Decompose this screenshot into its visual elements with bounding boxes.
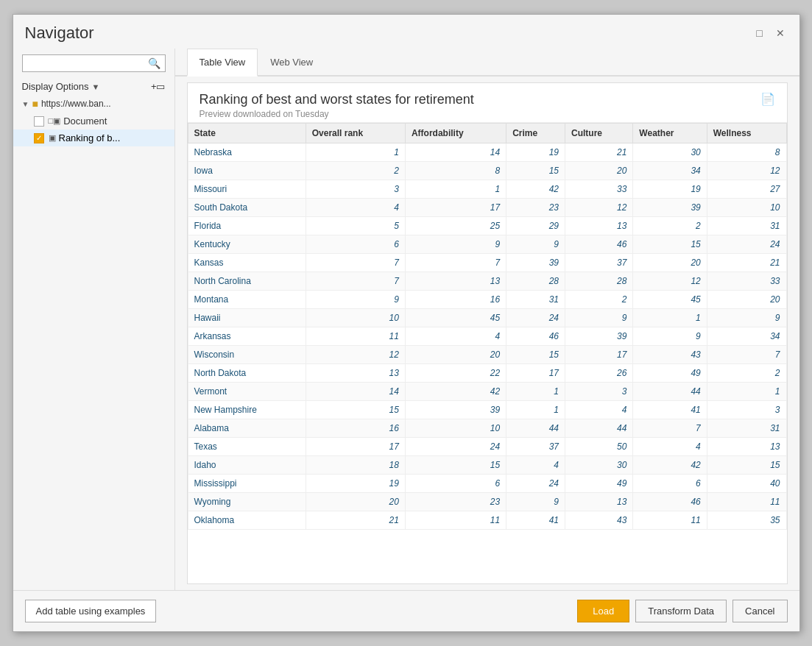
table-cell: 30 [565, 456, 633, 475]
table-cell: 41 [506, 511, 565, 530]
footer: Add table using examples Load Transform … [13, 590, 799, 631]
table-row: Montana9163124520 [188, 291, 786, 309]
table-cell: 15 [306, 401, 405, 419]
table-cell: 9 [565, 309, 633, 327]
table-container[interactable]: State Overall rank Affordability Crime C… [188, 123, 787, 583]
table-cell: 2 [306, 162, 405, 180]
table-row: Nebraska1141921308 [188, 143, 786, 162]
table-cell: 15 [506, 162, 565, 180]
preview-title: Ranking of best and worst states for ret… [200, 92, 474, 107]
table-cell: 21 [306, 511, 405, 530]
table-cell: Hawaii [188, 309, 306, 327]
add-icon: +▭ [151, 81, 166, 92]
table-header-row: State Overall rank Affordability Crime C… [188, 124, 786, 143]
table-cell: 39 [565, 327, 633, 346]
table-cell: 16 [405, 291, 506, 309]
table-cell: 7 [707, 346, 786, 364]
table-cell: 10 [405, 419, 506, 438]
cancel-button[interactable]: Cancel [732, 600, 787, 622]
table-cell: 14 [405, 143, 506, 162]
document-table-icon: □▣ [49, 116, 61, 126]
table-cell: 40 [707, 475, 786, 493]
tree-document-item[interactable]: □▣ Document [13, 113, 174, 129]
preview-export-button[interactable]: 📄 [760, 92, 775, 106]
table-cell: 1 [506, 383, 565, 401]
table-cell: 1 [707, 383, 786, 401]
table-cell: 15 [405, 456, 506, 475]
table-cell: 39 [633, 199, 707, 217]
table-cell: 37 [565, 254, 633, 272]
table-cell: Iowa [188, 162, 306, 180]
table-cell: 2 [707, 364, 786, 383]
table-cell: Alabama [188, 419, 306, 438]
tabs-bar: Table View Web View [175, 49, 799, 77]
table-cell: North Dakota [188, 364, 306, 383]
table-cell: 46 [506, 327, 565, 346]
table-cell: 4 [405, 327, 506, 346]
table-cell: 7 [405, 254, 506, 272]
table-cell: 4 [506, 456, 565, 475]
table-cell: 17 [306, 438, 405, 456]
tab-web-view[interactable]: Web View [258, 49, 325, 77]
table-label: Ranking of b... [59, 132, 121, 143]
table-cell: 24 [707, 235, 786, 254]
tab-table-view[interactable]: Table View [187, 49, 258, 77]
search-button[interactable]: 🔍 [148, 57, 160, 69]
table-cell: 15 [633, 235, 707, 254]
main-content: 🔍 Display Options ▼ +▭ ▼ ■ https://www.b… [13, 49, 799, 590]
table-row: Alabama16104444731 [188, 419, 786, 438]
search-input[interactable] [27, 58, 148, 68]
footer-right: Load Transform Data Cancel [577, 600, 787, 622]
table-cell: Kentucky [188, 235, 306, 254]
table-cell: 28 [565, 272, 633, 291]
table-cell: 9 [633, 327, 707, 346]
table-cell: 31 [506, 291, 565, 309]
table-cell: 44 [633, 383, 707, 401]
table-cell: 24 [506, 309, 565, 327]
preview-header-text: Ranking of best and worst states for ret… [200, 92, 474, 119]
table-cell: Florida [188, 217, 306, 235]
table-cell: 49 [565, 475, 633, 493]
table-cell: 19 [306, 475, 405, 493]
table-cell: 37 [506, 438, 565, 456]
table-cell: 23 [405, 493, 506, 511]
table-row: Vermont144213441 [188, 383, 786, 401]
folder-icon: ■ [32, 98, 38, 110]
table-row: Kansas7739372021 [188, 254, 786, 272]
table-cell: 6 [405, 475, 506, 493]
table-cell: North Carolina [188, 272, 306, 291]
table-row: North Carolina71328281233 [188, 272, 786, 291]
table-row: Oklahoma211141431135 [188, 511, 786, 530]
close-button[interactable]: ✕ [773, 26, 788, 40]
table-cell: 9 [306, 291, 405, 309]
table-cell: 7 [633, 419, 707, 438]
transform-button[interactable]: Transform Data [635, 600, 727, 622]
table-row: Kentucky699461524 [188, 235, 786, 254]
display-options[interactable]: Display Options ▼ +▭ [13, 78, 174, 95]
table-cell: 11 [633, 511, 707, 530]
col-header-weather: Weather [633, 124, 707, 143]
document-label: Document [63, 116, 107, 127]
navigator-dialog: Navigator □ ✕ 🔍 Display Options ▼ +▭ ▼ ■ [13, 14, 800, 632]
minimize-button[interactable]: □ [752, 26, 767, 40]
table-cell: 13 [405, 272, 506, 291]
table-cell: 10 [306, 309, 405, 327]
col-header-wellness: Wellness [707, 124, 786, 143]
add-table-button[interactable]: Add table using examples [25, 600, 157, 622]
preview-area: Ranking of best and worst states for ret… [187, 82, 788, 584]
table-cell: 42 [405, 383, 506, 401]
tree-url-item[interactable]: ▼ ■ https://www.ban... [13, 95, 174, 113]
table-cell: 17 [506, 364, 565, 383]
document-checkbox[interactable] [34, 116, 44, 127]
table-cell: 12 [306, 346, 405, 364]
title-bar-controls: □ ✕ [752, 26, 788, 40]
load-button[interactable]: Load [577, 600, 629, 622]
col-header-affordability: Affordability [405, 124, 506, 143]
tree-table-item[interactable]: ✓ ▣ Ranking of b... [13, 129, 174, 146]
table-cell: 23 [506, 199, 565, 217]
table-cell: 8 [405, 162, 506, 180]
table-cell: 50 [565, 438, 633, 456]
table-cell: Wyoming [188, 493, 306, 511]
table-cell: 4 [306, 199, 405, 217]
table-checkbox[interactable]: ✓ [34, 133, 44, 143]
